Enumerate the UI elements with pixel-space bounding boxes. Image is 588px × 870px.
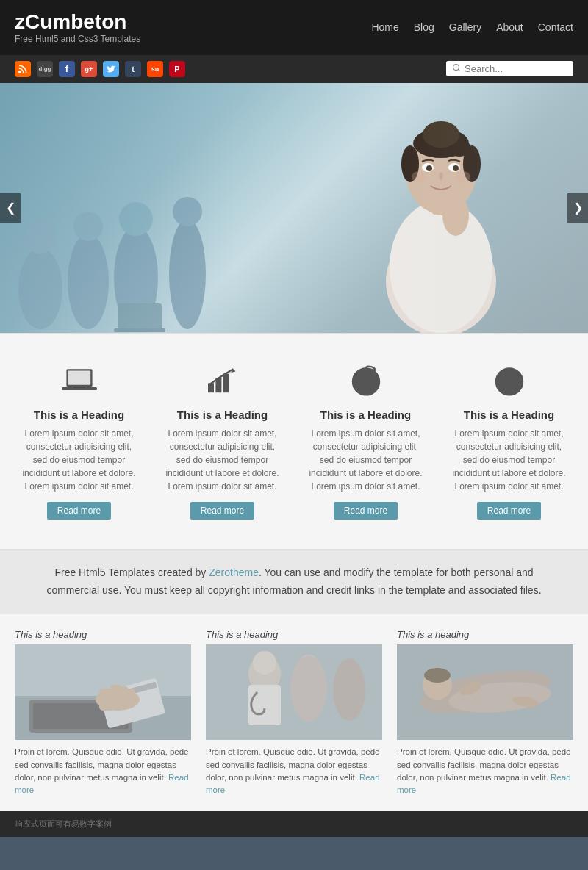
svg-point-1 <box>453 65 459 71</box>
blog-card-text-3: Proin et lorem. Quisque odio. Ut gravida… <box>397 746 573 797</box>
nav-home[interactable]: Home <box>371 21 398 33</box>
blog-card-img-3 <box>397 644 573 740</box>
feature-item-2: This is a Heading Lorem ipsum dolor sit … <box>158 356 287 527</box>
blog-card-text-2: Proin et lorem. Quisque odio. Ut gravida… <box>206 746 382 797</box>
svg-rect-39 <box>223 373 229 392</box>
nav-blog[interactable]: Blog <box>414 21 434 33</box>
site-title: zCumbeton <box>15 11 140 34</box>
twitter-icon[interactable] <box>103 61 119 77</box>
slider-prev[interactable]: ❮ <box>0 193 21 223</box>
blog-card-img-2 <box>206 644 382 740</box>
blog-section: This is a heading Pro <box>0 614 588 811</box>
main-nav: Home Blog Gallery About Contact <box>371 21 573 33</box>
read-more-btn-1[interactable]: Read more <box>47 502 111 520</box>
blog-card-2: This is a heading Proin et lorem. Quisq <box>206 629 382 797</box>
svg-point-67 <box>333 659 365 721</box>
rss-icon[interactable] <box>15 61 31 77</box>
feature-text-3: Lorem ipsum dolor sit amet, consectetur … <box>309 427 423 493</box>
blog-card-text-1: Proin et lorem. Quisque odio. Ut gravida… <box>15 746 191 797</box>
tumblr-icon[interactable]: t <box>125 61 141 77</box>
zerotheme-link[interactable]: Zerotheme <box>209 567 259 578</box>
globe-icon <box>452 363 566 400</box>
feature-item-4: This is a Heading Lorem ipsum dolor sit … <box>445 356 573 527</box>
search-box <box>446 61 573 76</box>
header: zCumbeton Free Html5 and Css3 Templates … <box>0 0 588 55</box>
blog-card-1: This is a heading Pro <box>15 629 191 797</box>
search-input[interactable] <box>465 63 567 74</box>
laptop-icon <box>22 363 136 400</box>
nav-gallery[interactable]: Gallery <box>449 21 481 33</box>
feature-text-4: Lorem ipsum dolor sit amet, consectetur … <box>452 427 566 493</box>
blog-card-title-1: This is a heading <box>15 629 191 640</box>
feature-heading-1: This is a Heading <box>22 409 136 421</box>
blog-card-title-2: This is a heading <box>206 629 382 640</box>
svg-rect-34 <box>68 370 90 384</box>
blog-card-3: This is a heading Proin et lorem. Quisqu… <box>397 629 573 797</box>
digg-icon[interactable]: digg <box>37 61 53 77</box>
feature-item-1: This is a Heading Lorem ipsum dolor sit … <box>15 356 143 527</box>
search-icon <box>452 63 461 74</box>
site-tagline: Free Html5 and Css3 Templates <box>15 34 140 44</box>
nav-contact[interactable]: Contact <box>538 21 573 33</box>
chart-icon <box>165 363 279 400</box>
svg-rect-36 <box>74 387 85 388</box>
feature-heading-4: This is a Heading <box>452 409 566 421</box>
svg-point-62 <box>253 651 276 675</box>
facebook-icon[interactable]: f <box>59 61 75 77</box>
svg-rect-59 <box>127 689 135 705</box>
svg-point-71 <box>424 668 451 683</box>
hero-slider: ❮ ❯ <box>0 83 588 333</box>
features-section: This is a Heading Lorem ipsum dolor sit … <box>0 333 588 550</box>
pinterest-icon[interactable]: P <box>169 61 185 77</box>
svg-point-0 <box>18 71 21 73</box>
read-more-btn-2[interactable]: Read more <box>190 502 254 520</box>
read-more-btn-3[interactable]: Read more <box>334 502 398 520</box>
feature-heading-3: This is a Heading <box>309 409 423 421</box>
slider-next[interactable]: ❯ <box>567 193 588 223</box>
logo-block: zCumbeton Free Html5 and Css3 Templates <box>15 11 140 44</box>
read-more-btn-4[interactable]: Read more <box>477 502 541 520</box>
feature-text-2: Lorem ipsum dolor sit amet, consectetur … <box>165 427 279 493</box>
footer-text: 响应式页面可有易数字案例 <box>15 819 112 828</box>
social-bar: digg f g+ t su P <box>0 55 588 83</box>
svg-line-2 <box>458 70 459 71</box>
svg-rect-63 <box>248 685 281 725</box>
info-text-before: Free Html5 Templates created by <box>54 567 209 578</box>
feature-item-3: This is a Heading Lorem ipsum dolor sit … <box>301 356 430 527</box>
clock-icon <box>309 363 423 400</box>
svg-point-65 <box>290 655 327 722</box>
stumbleupon-icon[interactable]: su <box>147 61 163 77</box>
nav-about[interactable]: About <box>496 21 523 33</box>
googleplus-icon[interactable]: g+ <box>81 61 97 77</box>
feature-text-1: Lorem ipsum dolor sit amet, consectetur … <box>22 427 136 493</box>
feature-heading-2: This is a Heading <box>165 409 279 421</box>
blog-card-img-1 <box>15 644 191 740</box>
info-banner: Free Html5 Templates created by Zerothem… <box>0 550 588 615</box>
footer: 响应式页面可有易数字案例 <box>0 811 588 837</box>
blog-card-title-3: This is a heading <box>397 629 573 640</box>
social-icons: digg f g+ t su P <box>15 61 185 77</box>
